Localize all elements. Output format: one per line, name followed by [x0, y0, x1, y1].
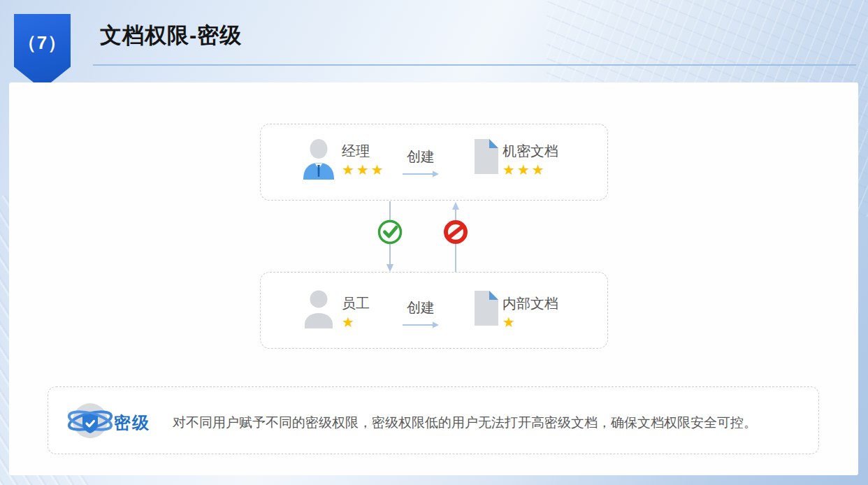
page-title: 文档权限-密级 [100, 21, 242, 50]
internal-doc-label: 内部文档 [502, 296, 558, 312]
employee-flow-box: 员工 ★ 创建 内部文档 ★ [260, 272, 608, 349]
create-label-bottom: 创建 [407, 298, 435, 317]
manager-meta: 经理 ★★★ [342, 143, 386, 178]
globe-orbit-shield-icon [66, 398, 114, 446]
confidential-doc-icon [475, 139, 498, 177]
content-panel: 经理 ★★★ 创建 机密文档 ★★★ [9, 82, 858, 475]
manager-avatar-icon [301, 139, 336, 182]
manager-stars: ★★★ [342, 162, 386, 178]
employee-label: 员工 [342, 296, 370, 312]
internal-doc-meta: 内部文档 ★ [502, 296, 558, 330]
allow-connector [376, 201, 404, 273]
manager-label: 经理 [342, 143, 386, 159]
create-action-bottom: 创建 [400, 298, 442, 329]
slide-number-label: （7） [18, 32, 66, 53]
internal-doc-stars: ★ [502, 314, 558, 330]
employee-stars: ★ [342, 314, 370, 330]
security-level-label: 密级 [114, 412, 150, 434]
presentation-slide: （7） 文档权限-密级 经理 ★★★ 创建 [0, 0, 868, 485]
internal-doc-icon [475, 291, 498, 328]
security-level-info-box: 密级 对不同用户赋予不同的密级权限，密级权限低的用户无法打开高密级文档，确保文档… [48, 386, 819, 454]
employee-avatar-icon [301, 290, 336, 331]
create-label-top: 创建 [407, 147, 435, 166]
create-action-top: 创建 [400, 147, 442, 178]
confidential-doc-label: 机密文档 [502, 143, 558, 159]
confidential-doc-stars: ★★★ [502, 162, 558, 178]
prohibition-up-arrow-icon [442, 201, 470, 273]
employee-meta: 员工 ★ [342, 296, 370, 330]
manager-flow-box: 经理 ★★★ 创建 机密文档 ★★★ [260, 124, 608, 201]
right-arrow-icon [403, 321, 439, 329]
security-level-description: 对不同用户赋予不同的密级权限，密级权限低的用户无法打开高密级文档，确保文档权限安… [173, 414, 802, 432]
slide-number-badge: （7） [14, 14, 71, 89]
confidential-doc-meta: 机密文档 ★★★ [502, 143, 558, 178]
right-arrow-icon [403, 170, 439, 178]
deny-connector [442, 201, 470, 273]
check-circle-down-arrow-icon [376, 201, 404, 273]
title-divider-line [93, 64, 856, 66]
